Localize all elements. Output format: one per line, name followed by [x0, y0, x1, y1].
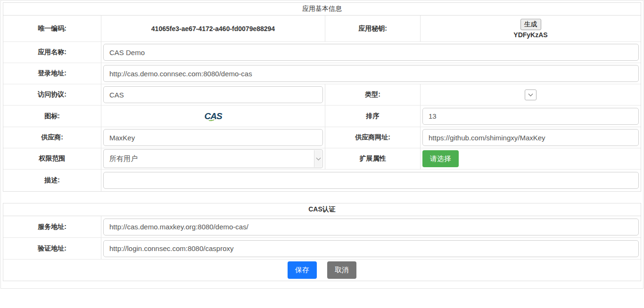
- type-cell: [421, 84, 641, 105]
- panel-title-cas-auth: CAS认证: [3, 203, 641, 216]
- sort-cell: [421, 105, 641, 127]
- validate-url-label: 验证地址:: [3, 238, 101, 259]
- cas-auth-panel: CAS认证 服务地址: 验证地址: 保存 取消: [3, 203, 641, 281]
- login-url-label: 登录地址:: [3, 63, 101, 84]
- scope-select-strip: [314, 150, 322, 167]
- generate-secret-button[interactable]: 生成: [520, 19, 541, 30]
- app-name-label: 应用名称:: [3, 42, 101, 63]
- save-button[interactable]: 保存: [288, 261, 317, 279]
- validate-url-input[interactable]: [103, 240, 639, 257]
- cancel-button[interactable]: 取消: [327, 261, 356, 279]
- description-cell: [101, 170, 641, 191]
- row-icon: 图标: CAS 排序: [3, 105, 641, 127]
- type-label: 类型:: [325, 84, 421, 105]
- ext-attr-cell: 请选择: [421, 148, 641, 169]
- vendor-url-label: 供应商网址:: [325, 127, 421, 148]
- row-app-name: 应用名称:: [3, 42, 641, 63]
- scope-label: 权限范围: [3, 148, 101, 169]
- description-label: 描述:: [3, 170, 101, 191]
- row-unique-code: 唯一编码: 41065fe3-ae67-4172-a460-fd0079e882…: [3, 16, 641, 42]
- icon-cell: CAS: [101, 105, 325, 127]
- app-secret-value: YDFyKzAS: [513, 31, 547, 39]
- chevron-down-icon: [316, 155, 321, 160]
- icon-label: 图标:: [3, 105, 101, 127]
- scope-selected-value: 所有用户: [109, 154, 138, 163]
- sort-input[interactable]: [422, 108, 639, 125]
- row-validate-url: 验证地址:: [3, 238, 641, 259]
- sort-label: 排序: [325, 105, 421, 127]
- vendor-cell: [101, 127, 325, 148]
- service-url-cell: [101, 216, 641, 237]
- unique-code-cell: 41065fe3-ae67-4172-a460-fd0079e88294: [101, 16, 325, 41]
- row-description: 描述:: [3, 170, 641, 191]
- vendor-url-cell: [421, 127, 641, 148]
- vendor-url-input[interactable]: [422, 129, 639, 146]
- unique-code-label: 唯一编码:: [3, 16, 101, 41]
- ext-attr-label: 扩展属性: [325, 148, 421, 169]
- scope-select[interactable]: 所有用户: [103, 149, 323, 168]
- protocol-cell: [101, 84, 325, 105]
- chevron-down-icon: [528, 91, 533, 96]
- row-login-url: 登录地址:: [3, 63, 641, 84]
- validate-url-cell: [101, 238, 641, 259]
- login-url-cell: [101, 63, 641, 84]
- row-actions: 保存 取消: [3, 259, 641, 281]
- login-url-input[interactable]: [103, 65, 639, 82]
- app-secret-label: 应用秘钥:: [325, 16, 421, 41]
- unique-code-value: 41065fe3-ae67-4172-a460-fd0079e88294: [103, 25, 323, 32]
- row-vendor: 供应商: 供应商网址:: [3, 127, 641, 148]
- type-select[interactable]: [525, 89, 537, 100]
- protocol-label: 访问协议:: [3, 84, 101, 105]
- app-name-cell: [101, 42, 641, 63]
- page-container: 应用基本信息 唯一编码: 41065fe3-ae67-4172-a460-fd0…: [0, 0, 644, 289]
- app-name-input[interactable]: [103, 44, 639, 61]
- service-url-label: 服务地址:: [3, 216, 101, 237]
- scope-cell: 所有用户: [101, 148, 325, 169]
- ext-attr-select-button[interactable]: 请选择: [422, 150, 459, 167]
- vendor-label: 供应商:: [3, 127, 101, 148]
- description-input[interactable]: [103, 172, 639, 189]
- cas-logo-icon: CAS: [204, 112, 222, 121]
- protocol-input[interactable]: [103, 86, 323, 103]
- vendor-input[interactable]: [103, 129, 323, 146]
- app-secret-cell: 生成 YDFyKzAS: [421, 16, 641, 41]
- panel-title-basic-info: 应用基本信息: [3, 3, 641, 16]
- service-url-input[interactable]: [103, 219, 639, 235]
- app-basic-info-panel: 应用基本信息 唯一编码: 41065fe3-ae67-4172-a460-fd0…: [3, 2, 641, 192]
- row-protocol: 访问协议: 类型:: [3, 84, 641, 105]
- row-scope: 权限范围 所有用户 扩展属性 请选择: [3, 148, 641, 170]
- row-service-url: 服务地址:: [3, 216, 641, 238]
